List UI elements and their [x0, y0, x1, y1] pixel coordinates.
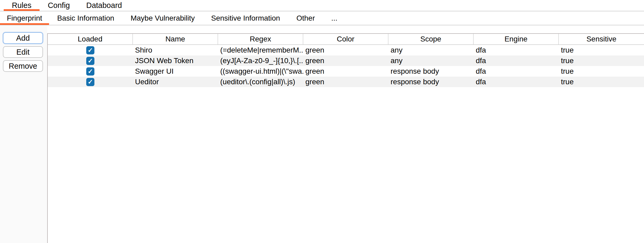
column-header-sensitive[interactable]: Sensitive	[559, 34, 644, 44]
tab-basic-information-label: Basic Information	[57, 14, 114, 22]
add-button[interactable]: Add	[3, 32, 43, 44]
column-header-color[interactable]: Color	[303, 34, 388, 44]
secondary-tabbar: Fingerprint Basic Information Maybe Vuln…	[0, 11, 644, 25]
column-header-regex[interactable]: Regex	[218, 34, 303, 44]
tab-fingerprint-label: Fingerprint	[7, 14, 42, 22]
loaded-checkbox[interactable]: ✓	[86, 46, 94, 54]
cell-sensitive: true	[559, 55, 644, 66]
cell-sensitive: true	[559, 66, 644, 77]
primary-tabbar: Rules Config Databoard	[0, 0, 644, 11]
table-row[interactable]: ✓Swagger UI((swagger-ui.html)|(\"swa...g…	[48, 66, 644, 77]
cell-sensitive: true	[559, 45, 644, 55]
tab-rules[interactable]: Rules	[4, 0, 40, 11]
cell-engine: dfa	[474, 45, 559, 55]
cell-loaded: ✓	[48, 55, 133, 66]
table-header-row: Loaded Name Regex Color Scope Engine Sen…	[48, 34, 644, 45]
tab-more-label: ...	[331, 14, 337, 22]
column-header-loaded[interactable]: Loaded	[48, 34, 133, 44]
tab-basic-information[interactable]: Basic Information	[49, 11, 122, 25]
loaded-checkbox[interactable]: ✓	[86, 78, 94, 86]
table-row[interactable]: ✓Shiro(=deleteMe|rememberM...greenanydfa…	[48, 45, 644, 55]
tab-databoard[interactable]: Databoard	[78, 0, 130, 11]
tab-databoard-label: Databoard	[86, 1, 122, 10]
tab-maybe-vulnerability-label: Maybe Vulnerability	[131, 14, 195, 22]
edit-button[interactable]: Edit	[3, 46, 43, 58]
tab-config[interactable]: Config	[40, 0, 78, 11]
cell-regex: (ueditor\.(config|all)\.js)	[218, 77, 303, 87]
cell-name: Shiro	[133, 45, 218, 55]
extension-root: Rules Config Databoard Fingerprint Basic…	[0, 0, 644, 243]
cell-color: green	[303, 55, 388, 66]
rule-actions-panel: Add Edit Remove	[0, 25, 47, 243]
tab-rules-label: Rules	[12, 1, 31, 10]
tab-other[interactable]: Other	[288, 11, 323, 25]
cell-loaded: ✓	[48, 66, 133, 77]
cell-engine: dfa	[474, 55, 559, 66]
tab-config-label: Config	[48, 1, 70, 10]
table-row[interactable]: ✓JSON Web Token(eyJ[A-Za-z0-9_-]{10,}\.[…	[48, 55, 644, 66]
tab-sensitive-information[interactable]: Sensitive Information	[203, 11, 288, 25]
loaded-checkbox[interactable]: ✓	[86, 57, 94, 65]
cell-color: green	[303, 77, 388, 87]
table-body: ✓Shiro(=deleteMe|rememberM...greenanydfa…	[48, 45, 644, 87]
column-header-engine[interactable]: Engine	[474, 34, 559, 44]
tab-fingerprint[interactable]: Fingerprint	[0, 11, 49, 25]
column-header-scope[interactable]: Scope	[388, 34, 474, 44]
cell-regex: (eyJ[A-Za-z0-9_-]{10,}\.[...	[218, 55, 303, 66]
cell-scope: response body	[388, 66, 474, 77]
cell-scope: any	[388, 45, 474, 55]
column-header-name[interactable]: Name	[133, 34, 218, 44]
tab-sensitive-information-label: Sensitive Information	[211, 14, 280, 22]
tab-maybe-vulnerability[interactable]: Maybe Vulnerability	[122, 11, 203, 25]
table-row[interactable]: ✓Ueditor(ueditor\.(config|all)\.js)green…	[48, 77, 644, 87]
cell-engine: dfa	[474, 66, 559, 77]
cell-name: Ueditor	[133, 77, 218, 87]
rules-content: Add Edit Remove Loaded Name Regex Color …	[0, 25, 644, 243]
cell-loaded: ✓	[48, 45, 133, 55]
tab-other-label: Other	[296, 14, 315, 22]
cell-regex: (=deleteMe|rememberM...	[218, 45, 303, 55]
cell-regex: ((swagger-ui.html)|(\"swa...	[218, 66, 303, 77]
cell-name: Swagger UI	[133, 66, 218, 77]
tab-more[interactable]: ...	[323, 11, 345, 25]
cell-sensitive: true	[559, 77, 644, 87]
rules-table-container: Loaded Name Regex Color Scope Engine Sen…	[47, 33, 644, 243]
cell-scope: any	[388, 55, 474, 66]
cell-color: green	[303, 45, 388, 55]
loaded-checkbox[interactable]: ✓	[86, 67, 94, 76]
cell-color: green	[303, 66, 388, 77]
cell-engine: dfa	[474, 77, 559, 87]
remove-button[interactable]: Remove	[3, 60, 43, 72]
cell-scope: response body	[388, 77, 474, 87]
cell-loaded: ✓	[48, 77, 133, 87]
cell-name: JSON Web Token	[133, 55, 218, 66]
